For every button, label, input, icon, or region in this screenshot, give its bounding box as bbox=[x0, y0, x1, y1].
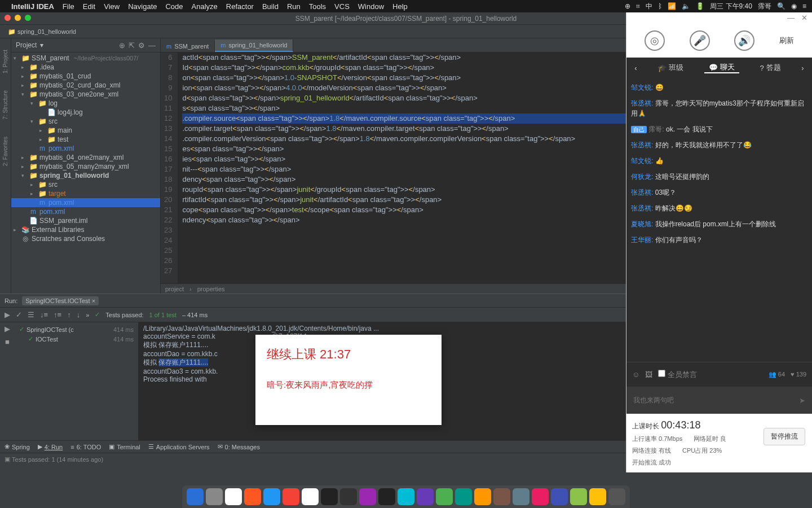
chevron-down-icon[interactable]: ▾ bbox=[40, 41, 43, 49]
dock-app-icon[interactable] bbox=[206, 488, 223, 505]
mic-icon[interactable]: 🎤 bbox=[690, 30, 710, 51]
wifi-icon[interactable]: 📶 bbox=[668, 2, 676, 10]
dock-app-icon[interactable] bbox=[455, 488, 472, 505]
project-tool[interactable]: 1: Project bbox=[2, 50, 8, 73]
hide-icon[interactable]: — bbox=[148, 41, 156, 50]
dock-app-icon[interactable] bbox=[493, 488, 510, 505]
terminal-tool[interactable]: ▣ Terminal bbox=[109, 443, 140, 450]
tree-item[interactable]: mpom.xml bbox=[11, 198, 160, 207]
menu-code[interactable]: Code bbox=[165, 2, 183, 11]
dock-app-icon[interactable] bbox=[417, 488, 434, 505]
tree-item[interactable]: ▸📁test bbox=[11, 135, 160, 144]
trash-icon[interactable] bbox=[608, 488, 625, 505]
tab-quiz[interactable]: ? 答题 bbox=[755, 63, 785, 73]
menu-vcs[interactable]: VCS bbox=[334, 2, 350, 11]
tree-item[interactable]: ▾📁spring_01_helloworld bbox=[11, 171, 160, 180]
tree-item[interactable]: ▸📁mybatis_04_one2many_xml bbox=[11, 153, 160, 162]
menu-refactor[interactable]: Refactor bbox=[226, 2, 254, 11]
dock-app-icon[interactable] bbox=[436, 488, 453, 505]
tree-item[interactable]: ▾📁log bbox=[11, 99, 160, 108]
breadcrumb-item[interactable]: 📁 spring_01_helloworld bbox=[5, 27, 80, 37]
menu-navigate[interactable]: Navigate bbox=[128, 2, 157, 11]
dock-app-icon[interactable] bbox=[474, 488, 491, 505]
toggle-button[interactable]: ✓ bbox=[16, 310, 22, 319]
chrome-icon[interactable] bbox=[302, 488, 319, 505]
status-icon[interactable]: ⌗ bbox=[636, 2, 640, 10]
menu-tools[interactable]: Tools bbox=[309, 2, 326, 11]
maximize-window-icon[interactable] bbox=[25, 15, 31, 21]
bluetooth-icon[interactable]: ᛒ bbox=[658, 2, 662, 10]
volume-icon[interactable]: 🔈 bbox=[682, 2, 690, 10]
terminal-icon[interactable] bbox=[321, 488, 338, 505]
close-icon[interactable]: ✕ bbox=[801, 14, 807, 23]
dock-app-icon[interactable] bbox=[225, 488, 242, 505]
dock-app-icon[interactable] bbox=[398, 488, 414, 505]
camera-icon[interactable]: ◎ bbox=[645, 30, 665, 51]
tree-item[interactable]: ▸📁main bbox=[11, 126, 160, 135]
spring-tool[interactable]: ❀ Spring bbox=[5, 443, 30, 450]
tree-item[interactable]: mpom.xml bbox=[11, 207, 160, 216]
ime-icon[interactable]: 中 bbox=[646, 2, 652, 11]
tree-item[interactable]: 📄SSM_parent.iml bbox=[11, 216, 160, 225]
minimize-window-icon[interactable] bbox=[15, 15, 21, 21]
speaker-icon[interactable]: 🔊 bbox=[734, 30, 754, 51]
tab-class[interactable]: 🎓 班级 bbox=[653, 63, 688, 73]
scroll-from-source-icon[interactable]: ⊕ bbox=[119, 41, 125, 50]
sort-button[interactable]: ☰ bbox=[28, 310, 34, 319]
send-icon[interactable]: ➤ bbox=[799, 396, 805, 405]
chat-input[interactable]: ➤ bbox=[626, 387, 812, 414]
menu-run[interactable]: Run bbox=[287, 2, 301, 11]
collapse-all-icon[interactable]: ⇱ bbox=[129, 41, 135, 50]
minimize-icon[interactable]: — bbox=[787, 14, 795, 23]
prev-button[interactable]: ↑ bbox=[67, 310, 71, 319]
dock-app-icon[interactable] bbox=[340, 488, 357, 505]
dock-app-icon[interactable] bbox=[513, 488, 529, 505]
crumb[interactable]: project bbox=[165, 286, 184, 292]
menu-build[interactable]: Build bbox=[262, 2, 279, 11]
crumb[interactable]: properties bbox=[197, 286, 225, 292]
collapse-button[interactable]: ↑≡ bbox=[54, 310, 61, 319]
refresh-button[interactable]: 刷新 bbox=[779, 36, 794, 46]
tree-item[interactable]: ▸📚External Libraries bbox=[11, 225, 160, 234]
dock-app-icon[interactable] bbox=[283, 488, 299, 505]
project-tree[interactable]: ▾📁SSM_parent~/IdeaProject/class007/▸📁.id… bbox=[11, 52, 160, 294]
tree-item[interactable]: mpom.xml bbox=[11, 144, 160, 153]
dock-app-icon[interactable] bbox=[378, 488, 395, 505]
rerun-icon[interactable]: ▶ bbox=[5, 325, 10, 333]
battery-icon[interactable]: 🔋 bbox=[696, 2, 704, 10]
app-servers-tool[interactable]: ☰ Application Servers bbox=[148, 443, 210, 450]
tree-item[interactable]: ▸📁mybatis_05_many2many_xml bbox=[11, 162, 160, 171]
search-icon[interactable]: 🔍 bbox=[777, 2, 785, 10]
status-icon[interactable]: ⊕ bbox=[625, 2, 630, 10]
dock-app-icon[interactable] bbox=[551, 488, 568, 505]
emoji-icon[interactable]: ☺ bbox=[632, 370, 639, 379]
structure-tool[interactable]: 7: Structure bbox=[2, 90, 8, 120]
traffic-lights[interactable] bbox=[5, 15, 31, 21]
close-window-icon[interactable] bbox=[5, 15, 11, 21]
dock-app-icon[interactable] bbox=[244, 488, 261, 505]
tree-item[interactable]: ▸📁target bbox=[11, 189, 160, 198]
dock-app-icon[interactable] bbox=[570, 488, 587, 505]
menu-help[interactable]: Help bbox=[392, 2, 408, 11]
settings-icon[interactable]: ⚙ bbox=[138, 41, 145, 50]
macos-dock[interactable] bbox=[182, 485, 630, 508]
dock-app-icon[interactable] bbox=[263, 488, 280, 505]
tree-item[interactable]: ▾📁mybatis_03_one2one_xml bbox=[11, 90, 160, 99]
menu-view[interactable]: View bbox=[104, 2, 120, 11]
image-icon[interactable]: 🖼 bbox=[645, 370, 652, 379]
chat-messages[interactable]: 邹文锐: 😄张丞祺: 霈哥，您昨天写的mybatis3那个子程序如何重新启用🙏自… bbox=[626, 78, 812, 362]
tree-item[interactable]: ▸📁src bbox=[11, 180, 160, 189]
finder-icon[interactable] bbox=[187, 488, 204, 505]
chevron-right-icon[interactable]: › bbox=[801, 64, 804, 72]
tree-item[interactable]: ◎Scratches and Consoles bbox=[11, 234, 160, 243]
editor-tab[interactable]: mspring_01_helloworld bbox=[215, 40, 293, 52]
test-tree-item[interactable]: ✓IOCTest414 ms bbox=[17, 334, 136, 344]
intellij-icon[interactable] bbox=[359, 488, 376, 505]
dock-app-icon[interactable] bbox=[532, 488, 549, 505]
tab-chat[interactable]: 💬 聊天 bbox=[704, 62, 739, 73]
status-icon[interactable]: ▣ bbox=[5, 456, 10, 463]
siri-icon[interactable]: ◉ bbox=[791, 2, 797, 10]
chevron-left-icon[interactable]: ‹ bbox=[634, 64, 637, 72]
favorites-tool[interactable]: 2: Favorites bbox=[2, 137, 8, 166]
stop-icon[interactable]: ■ bbox=[5, 338, 10, 346]
